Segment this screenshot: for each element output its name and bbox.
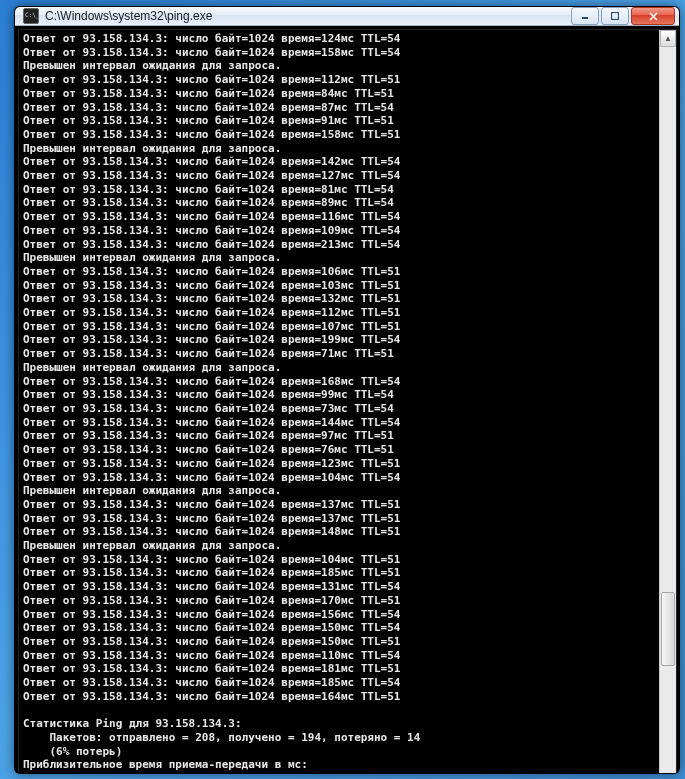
svg-rect-1 [612,13,619,20]
close-button[interactable] [631,7,675,25]
scroll-thumb[interactable] [661,592,675,666]
maximize-button[interactable] [601,7,629,25]
console-wrap: Ответ от 93.158.134.3: число байт=1024 в… [18,29,677,774]
minimize-icon [581,12,589,20]
window-buttons [569,7,675,25]
console-window: C:\Windows\system32\ping.exe Ответ от 93… [14,6,680,774]
svg-rect-0 [582,17,588,19]
titlebar[interactable]: C:\Windows\system32\ping.exe [15,7,679,26]
scroll-track[interactable] [660,47,676,774]
close-icon [649,12,658,21]
minimize-button[interactable] [571,7,599,25]
maximize-icon [611,12,619,20]
app-icon [23,8,39,24]
scroll-up-button[interactable]: ▲ [660,30,676,47]
vertical-scrollbar[interactable]: ▲ ▼ [659,30,676,774]
window-title: C:\Windows\system32\ping.exe [45,9,569,23]
console-output[interactable]: Ответ от 93.158.134.3: число байт=1024 в… [19,30,659,774]
